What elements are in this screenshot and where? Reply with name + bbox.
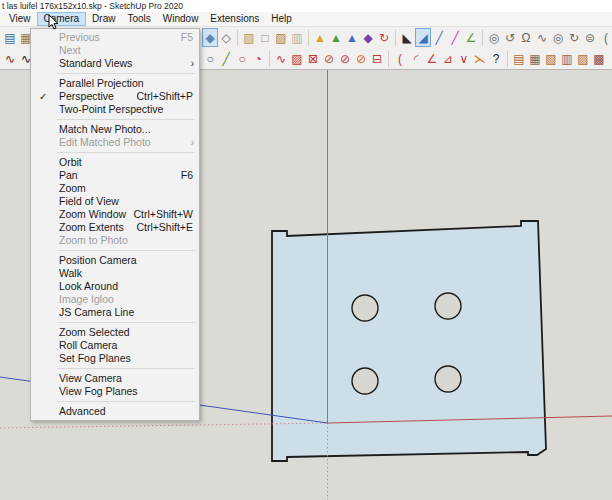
menu-item-previous: PreviousF5 [31, 31, 199, 44]
menu-item-zoom-window[interactable]: Zoom WindowCtrl+Shift+W [31, 208, 199, 221]
menu-item-position-camera[interactable]: Position Camera [31, 254, 199, 267]
textured-style-icon[interactable]: ▨ [273, 28, 289, 47]
menu-item-label: Two-Point Perspective [59, 103, 193, 116]
menubar-item-draw[interactable]: Draw [86, 12, 121, 26]
monochrome-style-icon[interactable]: ▥ [289, 28, 305, 47]
model-plate-face[interactable] [272, 221, 546, 461]
menubar-item-tools[interactable]: Tools [121, 12, 156, 26]
omega-curve-icon[interactable]: Ω [518, 28, 534, 47]
fillet-icon[interactable]: ◜ [408, 49, 424, 68]
toolbar-group: ○╱○◔ [202, 49, 266, 68]
slash-face-icon[interactable]: ⊘ [353, 49, 369, 68]
save-icon[interactable]: ▤ [2, 28, 18, 47]
menu-item-label: Field of View [59, 195, 193, 208]
menu-item-label: Zoom to Photo [59, 234, 193, 247]
vertex-tool-icon[interactable]: ∨ [456, 49, 472, 68]
shaded-style-icon[interactable]: ▧ [241, 28, 257, 47]
sandbox-flip-icon[interactable]: ▩ [591, 49, 607, 68]
menu-bar: ViewCameraDrawToolsWindowExtensionsHelp [0, 12, 612, 27]
arc-red-icon[interactable]: ( [392, 49, 408, 68]
sandbox-from-scratch-icon[interactable]: ▦ [527, 49, 543, 68]
menu-item-view-camera[interactable]: View Camera [31, 372, 199, 385]
menu-item-match-new-photo[interactable]: Match New Photo... [31, 123, 199, 136]
sandbox-drape-icon[interactable]: ▨ [575, 49, 591, 68]
menu-item-roll-camera[interactable]: Roll Camera [31, 339, 199, 352]
protractor-green-icon[interactable]: ∠ [463, 28, 479, 47]
sandbox-stamp-icon[interactable]: ▥ [559, 49, 575, 68]
wrench-icon[interactable]: ╱ [218, 49, 234, 68]
menu-item-zoom-to-photo: Zoom to Photo [31, 234, 199, 247]
menubar-item-window[interactable]: Window [157, 12, 205, 26]
hidden-line-style-icon[interactable]: □ [257, 28, 273, 47]
window-title: t las luifel 176x152x10.skp - SketchUp P… [0, 0, 612, 12]
menu-item-field-of-view[interactable]: Field of View [31, 195, 199, 208]
triangle-tool-icon[interactable]: ⊿ [440, 49, 456, 68]
menu-item-standard-views[interactable]: Standard Views› [31, 57, 199, 70]
menu-separator [31, 398, 199, 405]
circle-tool-icon[interactable]: ○ [202, 49, 218, 68]
view-left-icon[interactable]: ▲ [344, 28, 360, 47]
menubar-item-view[interactable]: View [3, 12, 37, 26]
model-hole-1[interactable] [352, 295, 378, 321]
menu-item-set-fog-planes[interactable]: Set Fog Planes [31, 352, 199, 365]
ellipse-tool-icon[interactable]: ○ [234, 49, 250, 68]
pencil-magenta-icon[interactable]: ╱ [447, 28, 463, 47]
menu-item-zoom-selected[interactable]: Zoom Selected [31, 326, 199, 339]
menu-item-advanced[interactable]: Advanced [31, 405, 199, 418]
menu-item-look-around[interactable]: Look Around [31, 280, 199, 293]
menu-item-zoom-extents[interactable]: Zoom ExtentsCtrl+Shift+E [31, 221, 199, 234]
view-right-icon[interactable]: ◆ [360, 28, 376, 47]
view-back-icon[interactable]: ▲ [328, 28, 344, 47]
s-curve-icon[interactable]: ∿ [534, 28, 550, 47]
menu-item-pan[interactable]: PanF6 [31, 169, 199, 182]
menu-item-label: Zoom Window [59, 208, 133, 221]
edge-tools-icon[interactable]: ∿ [273, 49, 289, 68]
spiral-tool-icon[interactable]: ◎ [486, 28, 502, 47]
view-front-icon[interactable]: ▲ [312, 28, 328, 47]
menubar-item-camera[interactable]: Camera [37, 12, 87, 26]
back-edges-icon[interactable]: ◆ [202, 28, 218, 47]
menu-item-perspective[interactable]: ✓PerspectiveCtrl+Shift+P [31, 90, 199, 103]
toolbar-separator [269, 51, 270, 67]
menu-item-label: Roll Camera [59, 339, 193, 352]
sandbox-from-contours-icon[interactable]: ▤ [511, 49, 527, 68]
menu-item-walk[interactable]: Walk [31, 267, 199, 280]
menu-item-orbit[interactable]: Orbit [31, 156, 199, 169]
section-fill-icon[interactable]: ◢ [415, 28, 431, 47]
menu-item-parallel-projection[interactable]: Parallel Projection [31, 77, 199, 90]
menu-item-label: Set Fog Planes [59, 352, 193, 365]
spiral2-tool-icon[interactable]: ◎ [550, 28, 566, 47]
eraser-hard-icon[interactable]: ⊠ [305, 49, 321, 68]
menu-item-two-point-perspective[interactable]: Two-Point Perspective [31, 103, 199, 116]
menu-item-js-camera-line[interactable]: JS Camera Line [31, 306, 199, 319]
help-icon[interactable]: ? [488, 49, 504, 68]
section-plane-icon[interactable]: ◣ [399, 28, 415, 47]
menubar-item-help[interactable]: Help [265, 12, 298, 26]
view-iso-icon[interactable]: ↻ [376, 28, 392, 47]
rotate-ccw-icon[interactable]: ↺ [502, 28, 518, 47]
pencil-blue-icon[interactable]: ╱ [431, 28, 447, 47]
angle-tool-icon[interactable]: ∠ [424, 49, 440, 68]
rotate-cw-icon[interactable]: ↻ [566, 28, 582, 47]
model-hole-2[interactable] [435, 293, 461, 319]
menu-item-label: Look Around [59, 280, 193, 293]
sandbox-smoove-icon[interactable]: ▧ [543, 49, 559, 68]
menubar-item-extensions[interactable]: Extensions [204, 12, 265, 26]
wireframe-icon[interactable]: ◇ [218, 28, 234, 47]
menu-item-zoom[interactable]: Zoom [31, 182, 199, 195]
model-hole-4[interactable] [435, 366, 461, 392]
cleanup-edges-icon[interactable]: ⊘ [321, 49, 337, 68]
menu-item-view-fog-planes[interactable]: View Fog Planes [31, 385, 199, 398]
flatten-icon[interactable]: ⊟ [369, 49, 385, 68]
coil-tool-icon[interactable]: ⊜ [582, 28, 598, 47]
eraser-soft-icon[interactable]: ▨ [289, 49, 305, 68]
arc-curve-icon[interactable]: ( [598, 28, 612, 47]
freehand-curve-icon[interactable]: ∿ [2, 49, 18, 68]
model-hole-3[interactable] [352, 368, 378, 394]
bisect-tool-icon[interactable]: ⋋ [472, 49, 488, 68]
pie-tool-icon[interactable]: ◔ [250, 49, 266, 68]
toolbar-group: ∿▨⊠⊘⊘⊘⊟ [273, 49, 385, 68]
remove-lonely-icon[interactable]: ⊘ [337, 49, 353, 68]
toolbar-group: ◆◇ [202, 28, 234, 47]
menu-item-label: Edit Matched Photo [59, 136, 193, 149]
